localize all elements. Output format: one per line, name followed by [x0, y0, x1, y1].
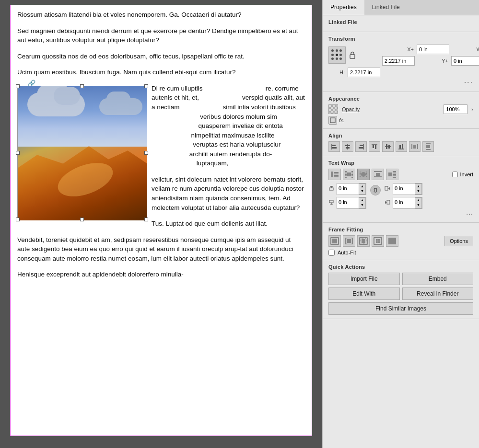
wrap-bottom-up[interactable]: ▲: [359, 198, 365, 203]
wrap-bottom-input[interactable]: [337, 197, 359, 207]
content-area: Riossum atiosam litatendi bla et voles n…: [0, 0, 322, 448]
ff-fit-proportional-btn[interactable]: [357, 235, 370, 247]
distribute-v-btn[interactable]: [422, 141, 434, 152]
handle-tm[interactable]: [80, 84, 84, 88]
y-input[interactable]: [451, 56, 479, 66]
transform-icon-inner: [331, 49, 343, 61]
wrap-left-spinners[interactable]: ▲ ▼: [415, 197, 422, 208]
transform-title: Transform: [328, 36, 473, 42]
opacity-label[interactable]: Opacity: [342, 106, 360, 112]
h-input[interactable]: [348, 68, 380, 77]
text-frame[interactable]: Riossum atiosam litatendi bla et voles n…: [10, 5, 312, 436]
h-label: H:: [328, 69, 346, 75]
ff-fit-content-btn[interactable]: [328, 235, 341, 247]
align-left-edges-btn[interactable]: [328, 141, 340, 152]
tab-properties[interactable]: Properties: [323, 0, 364, 15]
invert-row: Invert: [452, 172, 473, 177]
distribute-h-btn[interactable]: [409, 141, 421, 152]
svg-rect-55: [388, 172, 392, 176]
fx-corners-svg: [329, 117, 336, 124]
dot-1: [331, 49, 334, 52]
wrap-left-down[interactable]: ▼: [415, 203, 421, 207]
lock-icon[interactable]: [348, 51, 357, 59]
wrap-left-input[interactable]: [393, 197, 415, 207]
handle-bl[interactable]: [16, 218, 20, 221]
frame-fitting-title: Frame Fitting: [328, 227, 473, 232]
edit-with-btn[interactable]: Edit With: [328, 287, 400, 300]
reveal-in-finder-btn[interactable]: Reveal in Finder: [402, 287, 474, 300]
wrap-left-icon: [385, 199, 391, 206]
wrap-left-up[interactable]: ▲: [415, 198, 421, 203]
ff-center-content-btn[interactable]: [372, 235, 384, 247]
handle-rm[interactable]: [144, 151, 148, 155]
embed-btn[interactable]: Embed: [402, 273, 474, 285]
wrap-bottom-spinners[interactable]: ▲ ▼: [359, 197, 366, 208]
ff-fill-frame-btn[interactable]: [343, 235, 355, 247]
x-input[interactable]: [417, 45, 449, 54]
wrap-top-down[interactable]: ▼: [359, 189, 365, 194]
wrap-right-down[interactable]: ▼: [415, 189, 421, 194]
autofit-checkbox[interactable]: [328, 250, 335, 256]
align-bottom-edges-btn[interactable]: [396, 141, 407, 152]
appearance-title: Appearance: [328, 96, 473, 102]
handle-tl[interactable]: [16, 84, 20, 88]
svg-rect-74: [332, 239, 337, 243]
wrap-top-spinners[interactable]: ▲ ▼: [359, 184, 366, 195]
align-right-edges-btn[interactable]: [355, 141, 367, 152]
svg-rect-14: [375, 145, 376, 149]
wrap-top-input[interactable]: [337, 184, 359, 193]
svg-rect-8: [346, 147, 350, 149]
svg-rect-79: [362, 239, 365, 243]
opacity-arrow[interactable]: ›: [471, 106, 473, 112]
wrap-next-col-btn[interactable]: [386, 169, 398, 180]
y-label: Y+: [417, 58, 449, 64]
fx-row: fx.: [328, 116, 473, 125]
import-file-btn[interactable]: Import File: [328, 273, 400, 285]
handle-bm[interactable]: [80, 218, 84, 221]
wrap-object-shape-btn[interactable]: [357, 169, 370, 180]
svg-rect-16: [386, 144, 387, 149]
inline-image-wrapper[interactable]: 🔗: [17, 86, 147, 220]
panel-scrollable[interactable]: Linked File Transform: [323, 15, 479, 448]
wrap-chain-icon[interactable]: [370, 185, 381, 195]
wrap-none-btn[interactable]: [328, 169, 341, 180]
align-h-center-btn[interactable]: [342, 141, 353, 152]
handle-tr[interactable]: [144, 84, 148, 88]
paragraph-3: Cearum quossita nos de od eos doloribusa…: [17, 52, 305, 61]
wrap-right-input[interactable]: [393, 184, 415, 193]
wrap-bottom-icon: [328, 199, 335, 206]
wrap-jump-btn[interactable]: [372, 169, 384, 180]
tab-linked-file[interactable]: Linked File: [364, 0, 408, 15]
opacity-input[interactable]: [444, 104, 467, 114]
wrap-top-up[interactable]: ▲: [359, 184, 365, 189]
handle-lm[interactable]: [16, 151, 20, 155]
fx-corners-icon: [328, 116, 337, 125]
frame-fitting-options-btn[interactable]: Options: [444, 236, 473, 246]
svg-rect-2: [330, 118, 335, 123]
wrap-right-spinners[interactable]: ▲ ▼: [415, 184, 422, 195]
find-similar-images-btn[interactable]: Find Similar Images: [328, 302, 473, 315]
svg-rect-52: [376, 173, 380, 176]
panel-header: Properties Linked File: [323, 0, 479, 15]
section-appearance: Appearance Opacity › fx.: [323, 92, 479, 129]
transform-more-options[interactable]: ···: [328, 77, 473, 88]
w-input[interactable]: [382, 56, 415, 66]
wrap-left-row: ▲ ▼: [385, 197, 422, 209]
transform-reference-point[interactable]: [328, 46, 346, 64]
wrap-right-row: ▲ ▼: [385, 183, 422, 195]
wrap-bounding-btn[interactable]: [343, 169, 355, 180]
align-v-center-btn[interactable]: [382, 141, 394, 152]
dot-5: [336, 54, 338, 56]
invert-checkbox[interactable]: [452, 172, 458, 177]
inline-image: [18, 86, 147, 220]
svg-rect-13: [373, 145, 374, 148]
svg-rect-72: [387, 200, 390, 204]
svg-rect-63: [329, 188, 333, 190]
wrap-bottom-down[interactable]: ▼: [359, 203, 365, 207]
wrap-right-up[interactable]: ▲: [415, 184, 421, 189]
handle-br[interactable]: [144, 218, 148, 221]
align-top-edges-btn[interactable]: [369, 141, 380, 152]
wrap-more-options[interactable]: ···: [328, 209, 473, 218]
wrap-left-input-group: ▲ ▼: [393, 197, 422, 209]
ff-fill-btn[interactable]: [386, 235, 398, 247]
